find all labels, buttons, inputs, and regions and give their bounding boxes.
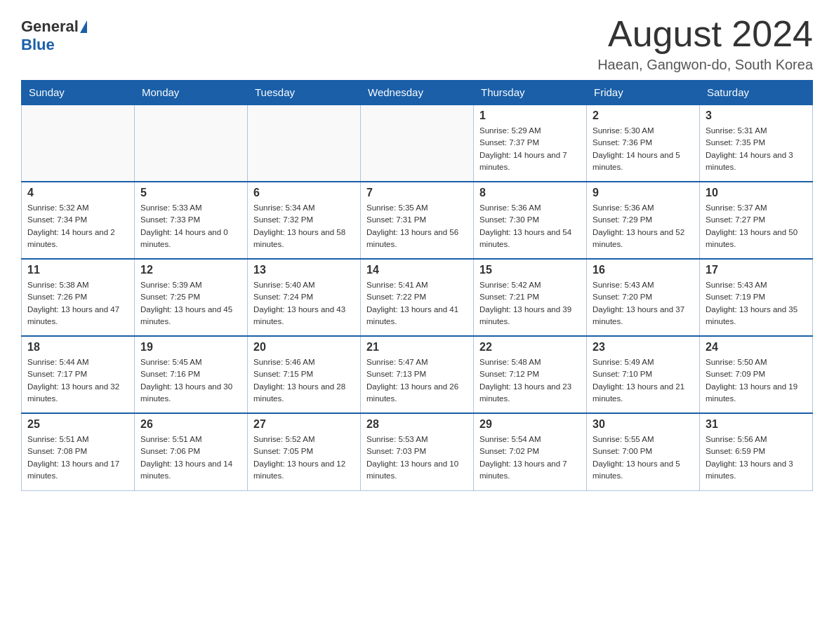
- col-wednesday: Wednesday: [361, 81, 474, 105]
- calendar-cell-w5-d6: 30Sunrise: 5:55 AMSunset: 7:00 PMDayligh…: [587, 413, 700, 490]
- day-number: 23: [593, 341, 694, 354]
- day-number: 11: [27, 264, 128, 276]
- calendar-cell-w4-d2: 19Sunrise: 5:45 AMSunset: 7:16 PMDayligh…: [135, 336, 248, 413]
- calendar-cell-w3-d6: 16Sunrise: 5:43 AMSunset: 7:20 PMDayligh…: [587, 259, 700, 336]
- day-number: 29: [479, 418, 581, 431]
- day-number: 17: [706, 264, 807, 276]
- day-info: Sunrise: 5:29 AMSunset: 7:37 PMDaylight:…: [479, 125, 581, 173]
- day-number: 15: [479, 264, 581, 276]
- day-info: Sunrise: 5:48 AMSunset: 7:12 PMDaylight:…: [479, 356, 581, 405]
- calendar-week-2: 4Sunrise: 5:32 AMSunset: 7:34 PMDaylight…: [22, 182, 813, 259]
- page-header: General Blue August 2024 Haean, Gangwon-…: [21, 14, 813, 73]
- day-info: Sunrise: 5:34 AMSunset: 7:32 PMDaylight:…: [253, 202, 355, 250]
- day-number: 7: [366, 187, 468, 199]
- calendar-cell-w1-d5: 1Sunrise: 5:29 AMSunset: 7:37 PMDaylight…: [474, 105, 587, 182]
- logo: General Blue: [21, 18, 88, 54]
- day-info: Sunrise: 5:30 AMSunset: 7:36 PMDaylight:…: [593, 125, 694, 173]
- calendar-cell-w5-d4: 28Sunrise: 5:53 AMSunset: 7:03 PMDayligh…: [361, 413, 474, 490]
- day-number: 21: [366, 341, 468, 354]
- day-info: Sunrise: 5:56 AMSunset: 6:59 PMDaylight:…: [706, 434, 807, 482]
- day-number: 5: [140, 187, 241, 199]
- day-info: Sunrise: 5:38 AMSunset: 7:26 PMDaylight:…: [27, 279, 128, 328]
- col-thursday: Thursday: [474, 81, 587, 105]
- day-number: 20: [253, 341, 355, 354]
- day-number: 27: [253, 418, 355, 431]
- day-info: Sunrise: 5:52 AMSunset: 7:05 PMDaylight:…: [253, 434, 355, 482]
- page-subtitle: Haean, Gangwon-do, South Korea: [597, 57, 813, 73]
- day-number: 14: [366, 264, 468, 276]
- logo-blue-text: Blue: [21, 36, 55, 54]
- page-title: August 2024: [597, 14, 813, 54]
- day-number: 24: [706, 341, 807, 354]
- calendar-cell-w5-d3: 27Sunrise: 5:52 AMSunset: 7:05 PMDayligh…: [248, 413, 361, 490]
- day-info: Sunrise: 5:53 AMSunset: 7:03 PMDaylight:…: [366, 434, 468, 482]
- calendar-cell-w2-d6: 9Sunrise: 5:36 AMSunset: 7:29 PMDaylight…: [587, 182, 700, 259]
- day-number: 26: [140, 418, 241, 431]
- calendar-table: Sunday Monday Tuesday Wednesday Thursday…: [21, 80, 813, 491]
- calendar-week-1: 1Sunrise: 5:29 AMSunset: 7:37 PMDaylight…: [22, 105, 813, 182]
- calendar-cell-w1-d1: [22, 105, 135, 182]
- day-number: 16: [593, 264, 694, 276]
- calendar-header-row: Sunday Monday Tuesday Wednesday Thursday…: [22, 81, 813, 105]
- calendar-cell-w3-d3: 13Sunrise: 5:40 AMSunset: 7:24 PMDayligh…: [248, 259, 361, 336]
- day-info: Sunrise: 5:36 AMSunset: 7:30 PMDaylight:…: [479, 202, 581, 250]
- day-info: Sunrise: 5:35 AMSunset: 7:31 PMDaylight:…: [366, 202, 468, 250]
- day-info: Sunrise: 5:37 AMSunset: 7:27 PMDaylight:…: [706, 202, 807, 250]
- day-info: Sunrise: 5:39 AMSunset: 7:25 PMDaylight:…: [140, 279, 241, 328]
- calendar-week-5: 25Sunrise: 5:51 AMSunset: 7:08 PMDayligh…: [22, 413, 813, 490]
- calendar-cell-w3-d7: 17Sunrise: 5:43 AMSunset: 7:19 PMDayligh…: [700, 259, 813, 336]
- day-info: Sunrise: 5:42 AMSunset: 7:21 PMDaylight:…: [479, 279, 581, 328]
- day-number: 4: [27, 187, 128, 199]
- calendar-cell-w4-d1: 18Sunrise: 5:44 AMSunset: 7:17 PMDayligh…: [22, 336, 135, 413]
- day-number: 12: [140, 264, 241, 276]
- calendar-cell-w1-d6: 2Sunrise: 5:30 AMSunset: 7:36 PMDaylight…: [587, 105, 700, 182]
- col-friday: Friday: [587, 81, 700, 105]
- day-info: Sunrise: 5:33 AMSunset: 7:33 PMDaylight:…: [140, 202, 241, 250]
- day-number: 31: [706, 418, 807, 431]
- calendar-cell-w2-d1: 4Sunrise: 5:32 AMSunset: 7:34 PMDaylight…: [22, 182, 135, 259]
- day-number: 22: [479, 341, 581, 354]
- day-number: 30: [593, 418, 694, 431]
- calendar-cell-w4-d7: 24Sunrise: 5:50 AMSunset: 7:09 PMDayligh…: [700, 336, 813, 413]
- day-info: Sunrise: 5:47 AMSunset: 7:13 PMDaylight:…: [366, 356, 468, 405]
- logo-triangle-icon: [80, 20, 87, 33]
- day-number: 9: [593, 187, 694, 199]
- title-area: August 2024 Haean, Gangwon-do, South Kor…: [597, 14, 813, 73]
- day-info: Sunrise: 5:31 AMSunset: 7:35 PMDaylight:…: [706, 125, 807, 173]
- calendar-cell-w3-d4: 14Sunrise: 5:41 AMSunset: 7:22 PMDayligh…: [361, 259, 474, 336]
- day-number: 8: [479, 187, 581, 199]
- calendar-cell-w2-d4: 7Sunrise: 5:35 AMSunset: 7:31 PMDaylight…: [361, 182, 474, 259]
- day-info: Sunrise: 5:51 AMSunset: 7:06 PMDaylight:…: [140, 434, 241, 482]
- calendar-cell-w1-d4: [361, 105, 474, 182]
- calendar-cell-w3-d1: 11Sunrise: 5:38 AMSunset: 7:26 PMDayligh…: [22, 259, 135, 336]
- day-number: 28: [366, 418, 468, 431]
- day-number: 3: [706, 109, 807, 122]
- day-number: 10: [706, 187, 807, 199]
- day-info: Sunrise: 5:32 AMSunset: 7:34 PMDaylight:…: [27, 202, 128, 250]
- day-info: Sunrise: 5:44 AMSunset: 7:17 PMDaylight:…: [27, 356, 128, 405]
- day-info: Sunrise: 5:36 AMSunset: 7:29 PMDaylight:…: [593, 202, 694, 250]
- calendar-cell-w3-d5: 15Sunrise: 5:42 AMSunset: 7:21 PMDayligh…: [474, 259, 587, 336]
- day-number: 18: [27, 341, 128, 354]
- calendar-cell-w5-d1: 25Sunrise: 5:51 AMSunset: 7:08 PMDayligh…: [22, 413, 135, 490]
- calendar-cell-w4-d4: 21Sunrise: 5:47 AMSunset: 7:13 PMDayligh…: [361, 336, 474, 413]
- calendar-cell-w5-d7: 31Sunrise: 5:56 AMSunset: 6:59 PMDayligh…: [700, 413, 813, 490]
- col-tuesday: Tuesday: [248, 81, 361, 105]
- calendar-cell-w4-d6: 23Sunrise: 5:49 AMSunset: 7:10 PMDayligh…: [587, 336, 700, 413]
- calendar-cell-w2-d5: 8Sunrise: 5:36 AMSunset: 7:30 PMDaylight…: [474, 182, 587, 259]
- day-number: 13: [253, 264, 355, 276]
- day-info: Sunrise: 5:46 AMSunset: 7:15 PMDaylight:…: [253, 356, 355, 405]
- calendar-cell-w5-d5: 29Sunrise: 5:54 AMSunset: 7:02 PMDayligh…: [474, 413, 587, 490]
- day-info: Sunrise: 5:55 AMSunset: 7:00 PMDaylight:…: [593, 434, 694, 482]
- calendar-cell-w1-d7: 3Sunrise: 5:31 AMSunset: 7:35 PMDaylight…: [700, 105, 813, 182]
- day-info: Sunrise: 5:49 AMSunset: 7:10 PMDaylight:…: [593, 356, 694, 405]
- day-info: Sunrise: 5:54 AMSunset: 7:02 PMDaylight:…: [479, 434, 581, 482]
- calendar-week-3: 11Sunrise: 5:38 AMSunset: 7:26 PMDayligh…: [22, 259, 813, 336]
- day-info: Sunrise: 5:51 AMSunset: 7:08 PMDaylight:…: [27, 434, 128, 482]
- col-monday: Monday: [135, 81, 248, 105]
- logo-general-text: General: [21, 18, 79, 36]
- col-sunday: Sunday: [22, 81, 135, 105]
- day-number: 19: [140, 341, 241, 354]
- day-info: Sunrise: 5:45 AMSunset: 7:16 PMDaylight:…: [140, 356, 241, 405]
- calendar-cell-w2-d7: 10Sunrise: 5:37 AMSunset: 7:27 PMDayligh…: [700, 182, 813, 259]
